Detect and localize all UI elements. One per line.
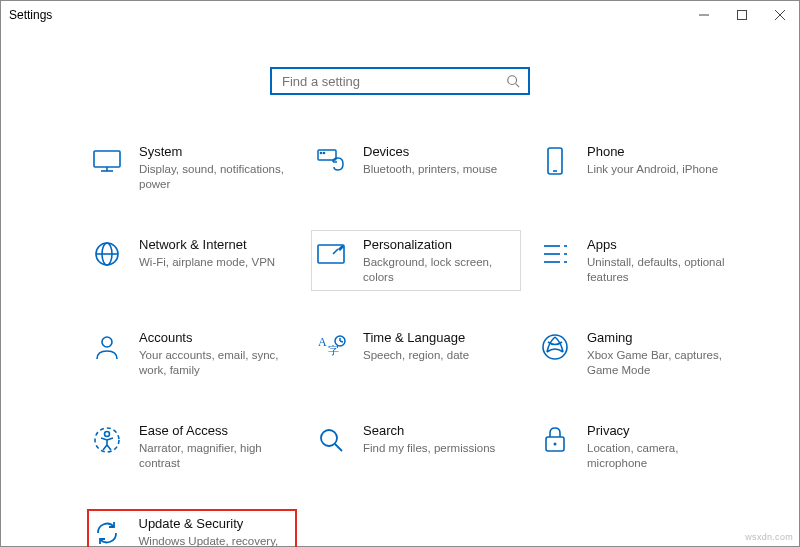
minimize-button[interactable]	[685, 1, 723, 29]
tile-privacy[interactable]: Privacy Location, camera, microphone	[535, 416, 745, 477]
tile-time-language[interactable]: A字 Time & Language Speech, region, date	[311, 323, 521, 384]
tile-title: Time & Language	[363, 329, 469, 347]
tile-text: Update & Security Windows Update, recove…	[139, 515, 290, 548]
svg-point-26	[102, 337, 112, 347]
svg-point-35	[321, 430, 337, 446]
tile-title: Phone	[587, 143, 718, 161]
svg-line-5	[516, 84, 520, 88]
tile-apps[interactable]: Apps Uninstall, defaults, optional featu…	[535, 230, 745, 291]
tile-title: Personalization	[363, 236, 513, 254]
tile-text: System Display, sound, notifications, po…	[139, 143, 289, 192]
tile-title: Search	[363, 422, 495, 440]
tile-network[interactable]: Network & Internet Wi-Fi, airplane mode,…	[87, 230, 297, 291]
close-icon	[775, 10, 785, 20]
svg-point-34	[105, 432, 110, 437]
search-container	[1, 67, 799, 95]
tile-text: Personalization Background, lock screen,…	[363, 236, 513, 285]
tile-desc: Find my files, permissions	[363, 441, 495, 456]
gaming-icon	[539, 331, 571, 363]
svg-point-10	[320, 152, 321, 153]
tile-text: Ease of Access Narrator, magnifier, high…	[139, 422, 289, 471]
tile-ease-of-access[interactable]: Ease of Access Narrator, magnifier, high…	[87, 416, 297, 477]
tile-desc: Speech, region, date	[363, 348, 469, 363]
window-title: Settings	[9, 8, 52, 22]
tile-update-security[interactable]: Update & Security Windows Update, recove…	[87, 509, 297, 547]
tile-title: Privacy	[587, 422, 737, 440]
search-tile-icon	[315, 424, 347, 456]
svg-rect-13	[548, 148, 562, 174]
svg-line-19	[333, 249, 338, 254]
tile-desc: Narrator, magnifier, high contrast	[139, 441, 289, 471]
accounts-icon	[91, 331, 123, 363]
maximize-icon	[737, 10, 747, 20]
phone-icon	[539, 145, 571, 177]
tile-desc: Location, camera, microphone	[587, 441, 737, 471]
update-security-icon	[91, 517, 123, 548]
network-icon	[91, 238, 123, 270]
tile-text: Privacy Location, camera, microphone	[587, 422, 737, 471]
tile-text: Apps Uninstall, defaults, optional featu…	[587, 236, 737, 285]
tile-desc: Background, lock screen, colors	[363, 255, 513, 285]
tile-devices[interactable]: Devices Bluetooth, printers, mouse	[311, 137, 521, 198]
tile-text: Phone Link your Android, iPhone	[587, 143, 718, 177]
tile-text: Search Find my files, permissions	[363, 422, 495, 456]
svg-point-4	[508, 76, 517, 85]
close-button[interactable]	[761, 1, 799, 29]
devices-icon	[315, 145, 347, 177]
search-icon	[506, 74, 520, 88]
tile-title: Update & Security	[139, 515, 290, 533]
svg-rect-6	[94, 151, 120, 167]
tile-title: Accounts	[139, 329, 289, 347]
tile-desc: Xbox Game Bar, captures, Game Mode	[587, 348, 737, 378]
minimize-icon	[699, 10, 709, 20]
ease-of-access-icon	[91, 424, 123, 456]
svg-point-38	[554, 443, 557, 446]
tile-title: Ease of Access	[139, 422, 289, 440]
watermark: wsxdn.com	[745, 532, 793, 542]
tile-accounts[interactable]: Accounts Your accounts, email, sync, wor…	[87, 323, 297, 384]
personalization-icon	[315, 238, 347, 270]
search-input[interactable]	[280, 73, 506, 90]
time-language-icon: A字	[315, 331, 347, 363]
tile-desc: Bluetooth, printers, mouse	[363, 162, 497, 177]
tile-gaming[interactable]: Gaming Xbox Game Bar, captures, Game Mod…	[535, 323, 745, 384]
titlebar: Settings	[1, 1, 799, 29]
tile-title: System	[139, 143, 289, 161]
tile-text: Devices Bluetooth, printers, mouse	[363, 143, 497, 177]
privacy-icon	[539, 424, 571, 456]
tile-text: Network & Internet Wi-Fi, airplane mode,…	[139, 236, 275, 270]
svg-text:A: A	[318, 335, 327, 349]
tile-title: Apps	[587, 236, 737, 254]
tile-search[interactable]: Search Find my files, permissions	[311, 416, 521, 477]
tile-desc: Uninstall, defaults, optional features	[587, 255, 737, 285]
tile-text: Gaming Xbox Game Bar, captures, Game Mod…	[587, 329, 737, 378]
svg-line-36	[335, 444, 342, 451]
tile-desc: Link your Android, iPhone	[587, 162, 718, 177]
tile-personalization[interactable]: Personalization Background, lock screen,…	[311, 230, 521, 291]
tile-system[interactable]: System Display, sound, notifications, po…	[87, 137, 297, 198]
tile-desc: Wi-Fi, airplane mode, VPN	[139, 255, 275, 270]
tile-desc: Your accounts, email, sync, work, family	[139, 348, 289, 378]
search-box[interactable]	[270, 67, 530, 95]
apps-icon	[539, 238, 571, 270]
settings-window: Settings System	[0, 0, 800, 547]
tile-phone[interactable]: Phone Link your Android, iPhone	[535, 137, 745, 198]
tile-title: Gaming	[587, 329, 737, 347]
window-controls	[685, 1, 799, 29]
svg-rect-1	[738, 11, 747, 20]
tile-title: Network & Internet	[139, 236, 275, 254]
settings-grid: System Display, sound, notifications, po…	[87, 137, 759, 547]
system-icon	[91, 145, 123, 177]
svg-rect-9	[318, 150, 336, 160]
tile-text: Accounts Your accounts, email, sync, wor…	[139, 329, 289, 378]
tile-desc: Display, sound, notifications, power	[139, 162, 289, 192]
tile-desc: Windows Update, recovery, backup	[139, 534, 290, 548]
tile-title: Devices	[363, 143, 497, 161]
maximize-button[interactable]	[723, 1, 761, 29]
tile-text: Time & Language Speech, region, date	[363, 329, 469, 363]
svg-point-32	[543, 335, 567, 359]
svg-point-11	[323, 152, 324, 153]
svg-line-31	[340, 341, 343, 342]
